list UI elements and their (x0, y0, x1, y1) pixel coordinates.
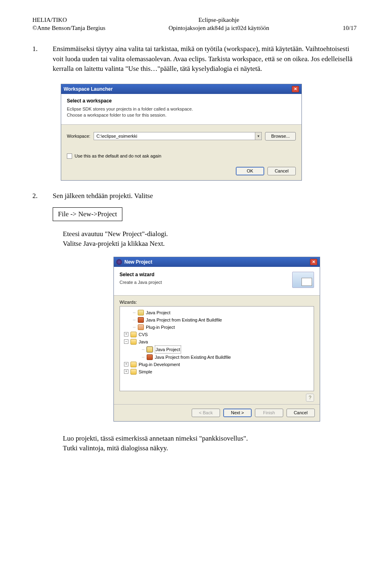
finish-button: Finish (255, 409, 283, 417)
select-workspace-title: Select a workspace (67, 98, 296, 104)
workspace-launcher-body: Workspace: ▼ Browse... Use this as the d… (61, 125, 301, 180)
workspace-launcher-header-area: Select a workspace Eclipse SDK stores yo… (61, 94, 301, 125)
wizard-banner-icon (292, 272, 314, 288)
paragraph-1-text: Ensimmäiseksi täytyy aina valita tai tar… (53, 44, 357, 74)
help-icon[interactable]: ? (306, 394, 314, 402)
header-right: 10/17 (332, 16, 357, 32)
ant-project-icon (147, 354, 153, 360)
workspace-label: Workspace: (67, 134, 90, 138)
select-wizard-title: Select a wizard (120, 272, 162, 277)
workspace-combo[interactable]: ▼ (94, 132, 262, 140)
select-workspace-sub1: Eclipse SDK stores your projects in a fo… (67, 106, 296, 112)
header-center: Eclipse-pikaohje Opintojaksojen atk84d j… (105, 16, 332, 32)
select-workspace-sub2: Choose a workspace folder to use for thi… (67, 112, 296, 118)
expand-icon[interactable]: + (124, 362, 128, 366)
tree-item-simple[interactable]: + Simple (122, 368, 312, 375)
page-number: 10/17 (332, 24, 357, 32)
header-doc-title: Eclipse-pikaohje (105, 16, 332, 24)
close-icon[interactable]: ✕ (292, 86, 299, 92)
tree-item-java-project[interactable]: ┈ Java Project (122, 309, 312, 316)
header-authors: ©Anne Benson/Tanja Bergius (32, 24, 105, 32)
folder-icon (130, 332, 137, 337)
tree-item-java-project-ant-2[interactable]: ┈ Java Project from Existing Ant Buildfi… (122, 354, 312, 361)
tree-item-plugin-project[interactable]: ┈ Plug-in Project (122, 324, 312, 331)
indent-line-1: Eteesi avautuu "New Project"-dialogi. (63, 229, 357, 239)
new-project-header: Select a wizard Create a Java project (114, 267, 320, 296)
workspace-row: Workspace: ▼ Browse... (67, 132, 296, 141)
paragraph-2-text: Sen jälkeen tehdään projekti. Valitse (53, 191, 357, 201)
wizards-tree[interactable]: ┈ Java Project ┈ Java Project from Exist… (120, 306, 314, 391)
use-default-label: Use this as the default and do not ask a… (75, 153, 161, 158)
header-org: HELIA/TIKO (32, 16, 105, 24)
collapse-icon[interactable]: − (124, 339, 128, 344)
tree-label: Java Project (146, 309, 171, 316)
workspace-launcher-titlebar[interactable]: Workspace Launcher ✕ (61, 84, 301, 94)
java-project-icon (138, 310, 144, 315)
workspace-launcher-button-row: OK Cancel (67, 164, 296, 175)
cancel-button[interactable]: Cancel (286, 409, 315, 417)
use-default-row[interactable]: Use this as the default and do not ask a… (67, 153, 296, 159)
indent-block: Eteesi avautuu "New Project"-dialogi. Va… (63, 229, 357, 249)
footer-block: Luo projekti, tässä esimerkissä annetaan… (63, 434, 357, 453)
header-left: HELIA/TIKO ©Anne Benson/Tanja Bergius (32, 16, 105, 32)
help-row: ? (120, 391, 314, 402)
paragraph-1: 1. Ensimmäiseksi täytyy aina valita tai … (32, 44, 357, 74)
page-root: HELIA/TIKO ©Anne Benson/Tanja Bergius Ec… (0, 0, 389, 477)
wizards-label: Wizards: (120, 300, 314, 305)
new-project-button-bar: < Back Next > Finish Cancel (114, 404, 320, 421)
expand-icon[interactable]: + (124, 369, 128, 374)
use-default-checkbox[interactable] (67, 153, 72, 159)
paragraph-2-number: 2. (32, 191, 41, 201)
paragraph-2: 2. Sen jälkeen tehdään projekti. Valitse (32, 191, 357, 201)
tree-label: Java Project from Existing Ant Buildfile (146, 316, 222, 324)
tree-label: Plug-in Project (146, 324, 175, 331)
workspace-launcher-dialog: Workspace Launcher ✕ Select a workspace … (61, 84, 302, 181)
footer-line-1: Luo projekti, tässä esimerkissä annetaan… (63, 434, 357, 443)
header-course: Opintojaksojen atk84d ja ict02d käyttöön (105, 24, 332, 32)
new-project-title: New Project (124, 259, 152, 265)
tree-label: Java (139, 338, 148, 345)
folder-icon (130, 362, 137, 367)
tree-label: Plug-in Development (139, 361, 180, 368)
browse-button[interactable]: Browse... (265, 132, 296, 141)
paragraph-1-number: 1. (32, 44, 41, 74)
tree-item-java[interactable]: − Java (122, 338, 312, 345)
ant-project-icon (138, 317, 144, 323)
workspace-input[interactable] (94, 132, 255, 140)
ok-button[interactable]: OK (236, 167, 264, 175)
menu-command-box: File -> New->Project (53, 207, 122, 221)
select-wizard-sub: Create a Java project (120, 280, 162, 285)
tree-item-java-project-ant[interactable]: ┈ Java Project from Existing Ant Buildfi… (122, 316, 312, 324)
new-project-dialog: New Project ✕ Select a wizard Create a J… (113, 257, 320, 422)
java-project-icon (147, 347, 153, 352)
tree-label: CVS (139, 331, 148, 338)
plugin-project-icon (138, 324, 144, 330)
tree-item-cvs[interactable]: + CVS (122, 331, 312, 338)
next-button[interactable]: Next > (223, 409, 252, 417)
workspace-launcher-title: Workspace Launcher (64, 86, 113, 92)
tree-label: Simple (139, 368, 152, 375)
tree-item-plugin-dev[interactable]: + Plug-in Development (122, 361, 312, 368)
cancel-button[interactable]: Cancel (267, 167, 296, 175)
close-icon[interactable]: ✕ (310, 259, 317, 265)
eclipse-icon (116, 259, 122, 265)
tree-label: Java Project from Existing Ant Buildfile (155, 354, 231, 361)
new-project-titlebar[interactable]: New Project ✕ (114, 257, 320, 267)
folder-icon (130, 339, 137, 345)
tree-item-java-project-selected[interactable]: ┈ Java Project (122, 345, 312, 354)
footer-line-2: Tutki valintoja, mitä dialogissa näkyy. (63, 443, 357, 453)
indent-line-2: Valitse Java-projekti ja klikkaa Next. (63, 239, 357, 249)
tree-label-selected: Java Project (155, 345, 181, 354)
page-header: HELIA/TIKO ©Anne Benson/Tanja Bergius Ec… (32, 16, 357, 32)
chevron-down-icon[interactable]: ▼ (255, 132, 261, 140)
back-button: < Back (192, 409, 220, 417)
folder-icon (130, 369, 137, 375)
new-project-body: Wizards: ┈ Java Project ┈ Java Project f… (114, 296, 320, 404)
expand-icon[interactable]: + (124, 332, 128, 337)
